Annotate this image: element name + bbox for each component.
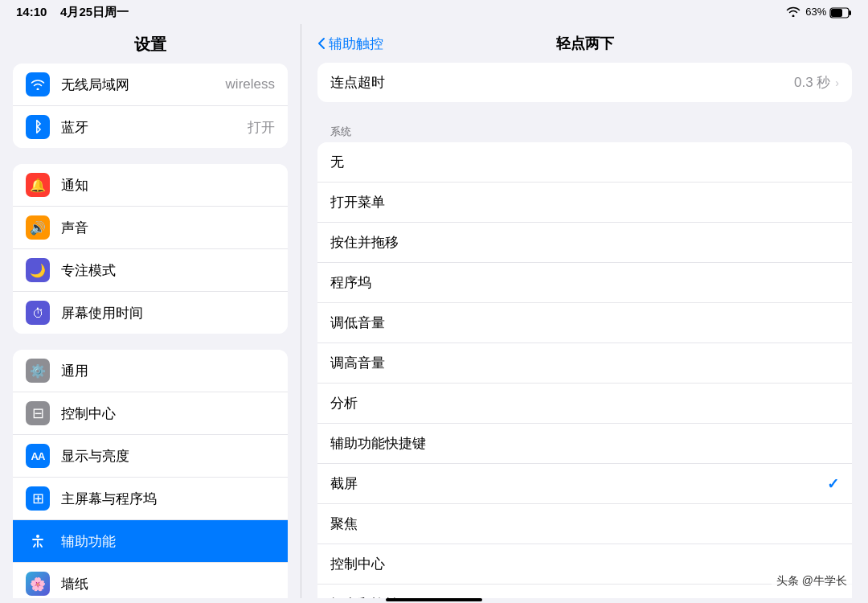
bottom-bar (0, 598, 868, 603)
general-icon: ⚙️ (26, 359, 50, 383)
row-open-menu[interactable]: 打开菜单 (317, 183, 852, 223)
battery-icon: 63% (805, 6, 852, 18)
sidebar-item-general-label: 通用 (61, 362, 275, 380)
sidebar-title: 设置 (0, 24, 301, 64)
sidebar-item-bluetooth[interactable]: ᛒ 蓝牙 打开 (13, 106, 288, 148)
row-analytics[interactable]: 分析 (317, 384, 852, 424)
status-time: 14:10 4月25日周一 (16, 5, 129, 20)
sidebar-item-accessibility-label: 辅助功能 (61, 532, 275, 551)
notifications-icon: 🔔 (26, 173, 50, 197)
sidebar-item-focus[interactable]: 🌙 专注模式 (13, 249, 288, 292)
sidebar-item-wallpaper-label: 墙纸 (61, 575, 275, 593)
sidebar-item-bluetooth-value: 打开 (248, 118, 275, 137)
sidebar-item-homescreen-label: 主屏幕与程序坞 (61, 490, 275, 508)
row-hold-drag-label: 按住并拖移 (330, 233, 839, 252)
sidebar-item-controlcenter[interactable]: ⊟ 控制中心 (13, 392, 288, 435)
timeout-chevron: › (835, 76, 839, 89)
sidebar-section-system: ⚙️ 通用 ⊟ 控制中心 AA 显示与亮度 ⊞ 主屏幕与程序坞 (13, 350, 288, 598)
row-vol-down[interactable]: 调低音量 (317, 303, 852, 343)
row-vol-up-label: 调高音量 (330, 354, 839, 372)
sidebar-item-display-label: 显示与亮度 (61, 447, 275, 466)
homescreen-icon: ⊞ (26, 486, 50, 511)
system-section: 无 打开菜单 按住并拖移 程序坞 调低音量 调高音量 分析 (317, 142, 852, 598)
row-none[interactable]: 无 (317, 142, 852, 183)
timeout-row[interactable]: 连点超时 0.3 秒 › (317, 63, 852, 102)
row-control-center-label: 控制中心 (330, 555, 839, 573)
right-panel: 辅助触控 轻点两下 连点超时 0.3 秒 › 系统 无 (301, 24, 868, 598)
sounds-icon: 🔊 (26, 215, 50, 240)
focus-icon: 🌙 (26, 258, 50, 282)
watermark: 头条 @牛学长 (772, 572, 852, 590)
sidebar-item-wallpaper[interactable]: 🌸 墙纸 (13, 563, 288, 598)
row-hold-drag[interactable]: 按住并拖移 (317, 223, 852, 263)
display-icon: AA (26, 444, 50, 468)
sidebar-item-display[interactable]: AA 显示与亮度 (13, 435, 288, 478)
sidebar-item-sounds[interactable]: 🔊 声音 (13, 207, 288, 249)
sidebar-item-wifi-label: 无线局域网 (61, 76, 219, 94)
timeout-label: 连点超时 (330, 73, 794, 92)
bluetooth-icon: ᛒ (26, 115, 50, 139)
nav-title: 轻点两下 (556, 34, 614, 53)
accessibility-icon (26, 529, 50, 553)
screentime-icon: ⏱ (26, 301, 50, 325)
sidebar-item-controlcenter-label: 控制中心 (61, 404, 275, 423)
sidebar-section-network: 无线局域网 wireless ᛒ 蓝牙 打开 (13, 64, 288, 148)
row-open-menu-label: 打开菜单 (330, 193, 839, 211)
sidebar-item-general[interactable]: ⚙️ 通用 (13, 350, 288, 392)
nav-bar: 辅助触控 轻点两下 (301, 24, 868, 63)
sidebar-item-notifications[interactable]: 🔔 通知 (13, 164, 288, 207)
sidebar-item-bluetooth-label: 蓝牙 (61, 118, 241, 137)
wifi-icon (786, 6, 800, 19)
sidebar-item-notifications-label: 通知 (61, 176, 275, 195)
row-dock[interactable]: 程序坞 (317, 263, 852, 303)
status-indicators: 63% (786, 6, 852, 19)
controlcenter-icon: ⊟ (26, 401, 50, 425)
sidebar-item-sounds-label: 声音 (61, 219, 275, 237)
sidebar-item-screentime[interactable]: ⏱ 屏幕使用时间 (13, 292, 288, 334)
wifi-settings-icon (26, 72, 50, 96)
svg-rect-1 (849, 10, 851, 15)
nav-back-label: 辅助触控 (329, 35, 383, 53)
row-accessibility-shortcut[interactable]: 辅助功能快捷键 (317, 424, 852, 464)
svg-point-4 (36, 535, 39, 538)
row-analytics-label: 分析 (330, 394, 839, 412)
row-screenshot-check: ✓ (827, 475, 839, 493)
sidebar-item-homescreen[interactable]: ⊞ 主屏幕与程序坞 (13, 478, 288, 520)
sidebar-item-accessibility[interactable]: 辅助功能 (13, 520, 288, 563)
row-dock-label: 程序坞 (330, 273, 839, 292)
status-bar: 14:10 4月25日周一 63% (0, 0, 868, 24)
nav-back-button[interactable]: 辅助触控 (317, 35, 383, 53)
row-focus2-label: 聚焦 (330, 515, 839, 533)
home-indicator (386, 598, 482, 601)
svg-point-3 (37, 88, 39, 91)
sidebar-item-wifi-value: wireless (226, 76, 275, 92)
timeout-section: 连点超时 0.3 秒 › (317, 63, 852, 102)
row-vol-down-label: 调低音量 (330, 314, 839, 332)
sidebar-item-wifi[interactable]: 无线局域网 wireless (13, 64, 288, 106)
sidebar-section-personalization: 🔔 通知 🔊 声音 🌙 专注模式 ⏱ 屏幕使用时间 (13, 164, 288, 334)
timeout-value: 0.3 秒 (794, 73, 830, 92)
row-focus2[interactable]: 聚焦 (317, 504, 852, 544)
row-none-label: 无 (330, 153, 839, 171)
row-vol-up[interactable]: 调高音量 (317, 343, 852, 384)
content-area: 连点超时 0.3 秒 › 系统 无 打开菜单 按住并拖移 程序 (301, 63, 868, 598)
sidebar: 设置 无线局域网 wireless ᛒ 蓝牙 打开 (0, 24, 301, 598)
sidebar-item-focus-label: 专注模式 (61, 261, 275, 280)
row-screenshot[interactable]: 截屏 ✓ (317, 464, 852, 504)
row-accessibility-shortcut-label: 辅助功能快捷键 (330, 434, 839, 453)
system-section-label: 系统 (317, 118, 852, 142)
row-screenshot-label: 截屏 (330, 474, 827, 493)
main-container: 设置 无线局域网 wireless ᛒ 蓝牙 打开 (0, 24, 868, 598)
wallpaper-icon: 🌸 (26, 572, 50, 596)
svg-rect-2 (831, 9, 842, 17)
sidebar-item-screentime-label: 屏幕使用时间 (61, 304, 275, 322)
